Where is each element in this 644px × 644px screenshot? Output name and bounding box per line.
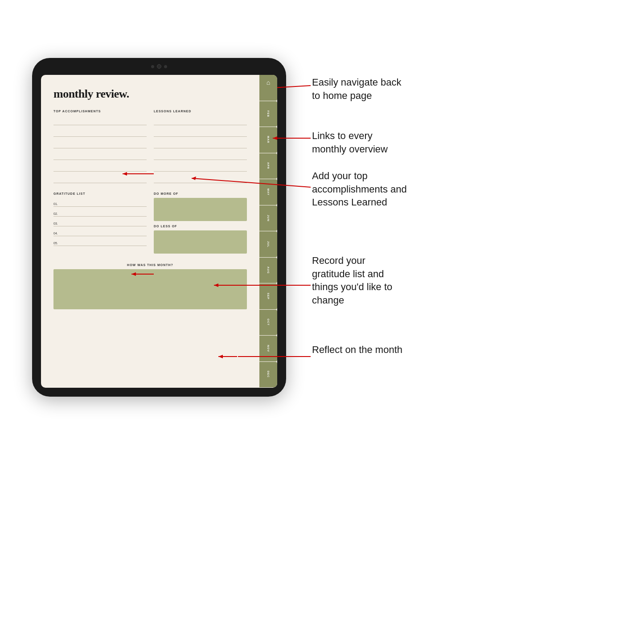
accomplishments-col: TOP ACCOMPLISHMENTS: [53, 110, 147, 185]
gratitude-label: GRATITUDE LIST: [53, 192, 147, 195]
tab-sep[interactable]: SEP: [259, 283, 277, 309]
gratitude-item-4[interactable]: 04.: [53, 227, 147, 236]
camera-dot-left: [151, 65, 154, 68]
how-month-box[interactable]: [53, 269, 247, 309]
page-title: monthly review.: [53, 87, 247, 101]
annotation-home-text: Easily navigate backto home page: [312, 77, 402, 101]
how-month-label: HOW WAS THIS MONTH?: [53, 263, 247, 267]
page-content: monthly review. TOP ACCOMPLISHMENTS LESS…: [41, 75, 259, 388]
lesson-line-3[interactable]: [154, 139, 247, 148]
annotation-monthly: Links to everymonthly overview: [312, 129, 388, 156]
tab-may[interactable]: MAY: [259, 179, 277, 205]
tab-mar[interactable]: MAR: [259, 127, 277, 153]
accomplishment-line-1[interactable]: [53, 115, 147, 125]
lessons-col: LESSONS LEARNED: [154, 110, 247, 185]
tablet-screen: ⌂ JAN FEB MAR APR MAY JUN JUL AUG SEP OC…: [41, 75, 277, 388]
lesson-line-4[interactable]: [154, 150, 247, 160]
lessons-label: LESSONS LEARNED: [154, 110, 247, 113]
tab-aug[interactable]: AUG: [259, 258, 277, 283]
accomplishment-line-5[interactable]: [53, 162, 147, 172]
tab-feb[interactable]: FEB: [259, 101, 277, 127]
tab-apr[interactable]: APR: [259, 153, 277, 179]
accomplishment-line-4[interactable]: [53, 150, 147, 160]
lesson-line-2[interactable]: [154, 127, 247, 137]
do-more-box[interactable]: [154, 198, 247, 221]
gratitude-do-section: GRATITUDE LIST 01. 02. 03. 04. 05. DO MO…: [53, 192, 247, 257]
accomplishment-line-3[interactable]: [53, 139, 147, 148]
month-tabs[interactable]: ⌂ JAN FEB MAR APR MAY JUN JUL AUG SEP OC…: [259, 75, 277, 388]
gratitude-item-3[interactable]: 03.: [53, 217, 147, 226]
do-col: DO MORE OF DO LESS OF: [154, 192, 247, 257]
lesson-line-1[interactable]: [154, 115, 247, 125]
tab-oct[interactable]: OCT: [259, 310, 277, 336]
camera-dot-right: [164, 65, 167, 68]
do-more-label: DO MORE OF: [154, 192, 247, 195]
annotation-monthly-text: Links to everymonthly overview: [312, 130, 388, 155]
gratitude-col: GRATITUDE LIST 01. 02. 03. 04. 05.: [53, 192, 147, 257]
accomplishment-line-6[interactable]: [53, 173, 147, 183]
tab-jul[interactable]: JUL: [259, 231, 277, 257]
accomplishment-line-2[interactable]: [53, 127, 147, 137]
gratitude-item-2[interactable]: 02.: [53, 208, 147, 217]
lesson-line-6[interactable]: [154, 173, 247, 183]
gratitude-item-5[interactable]: 05.: [53, 237, 147, 246]
home-tab[interactable]: ⌂: [259, 75, 277, 91]
tab-nov[interactable]: NOV: [259, 336, 277, 361]
do-less-label: DO LESS OF: [154, 225, 247, 228]
annotation-reflect: Reflect on the month: [312, 343, 402, 357]
camera-dot-main: [157, 64, 161, 69]
tab-dec[interactable]: DEC: [259, 362, 277, 388]
annotation-reflect-text: Reflect on the month: [312, 344, 402, 355]
tablet-camera: [151, 64, 167, 69]
lesson-line-5[interactable]: [154, 162, 247, 172]
annotation-accomplishments-text: Add your topaccomplishments andLessons L…: [312, 170, 407, 208]
do-less-box[interactable]: [154, 230, 247, 254]
tab-jun[interactable]: JUN: [259, 205, 277, 231]
accomplishments-label: TOP ACCOMPLISHMENTS: [53, 110, 147, 113]
annotation-gratitude-text: Record yourgratitude list andthings you'…: [312, 255, 392, 306]
accomplishments-lessons-section: TOP ACCOMPLISHMENTS LESSONS LEARNED: [53, 110, 247, 185]
home-icon: ⌂: [267, 79, 270, 86]
annotation-home: Easily navigate backto home page: [312, 76, 402, 102]
tablet-device: ⌂ JAN FEB MAR APR MAY JUN JUL AUG SEP OC…: [32, 58, 286, 397]
gratitude-item-1[interactable]: 01.: [53, 198, 147, 207]
how-month-section: HOW WAS THIS MONTH?: [53, 263, 247, 309]
annotation-accomplishments: Add your topaccomplishments andLessons L…: [312, 169, 407, 209]
annotation-gratitude: Record yourgratitude list andthings you'…: [312, 254, 392, 307]
